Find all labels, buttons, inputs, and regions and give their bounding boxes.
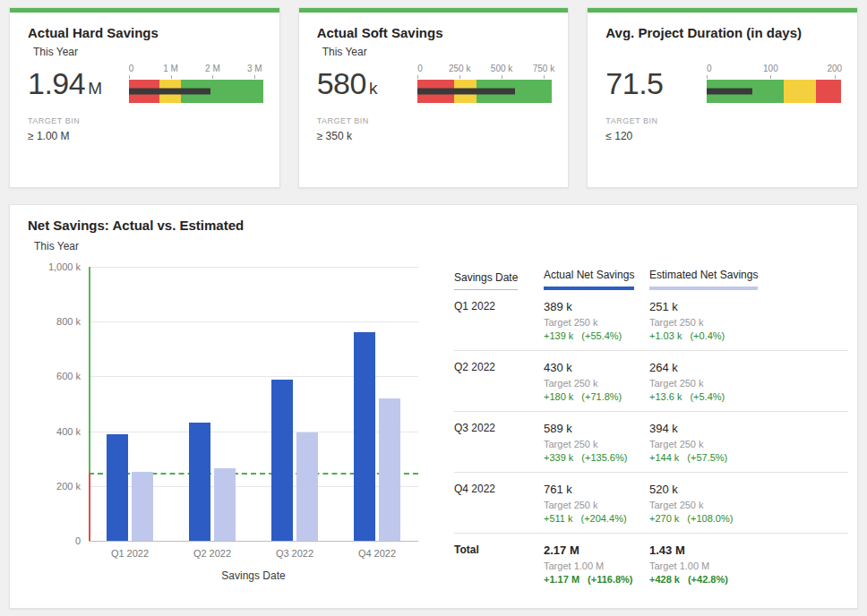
kpi-body: Actual Soft Savings This Year 580k 0250 … <box>299 13 569 142</box>
estimated-value: 394 k <box>649 422 848 435</box>
table-row-q1-2022[interactable]: Q1 2022389 kTarget 250 k+139 k(+55.4%)25… <box>454 290 848 351</box>
target-bin-value: ≤ 120 <box>605 130 843 142</box>
bullet-axis-tick: 200 <box>827 64 842 73</box>
table-row-q2-2022[interactable]: Q2 2022430 kTarget 250 k+180 k(+71.8%)26… <box>454 351 848 412</box>
actual-variance-absolute: +1.17 M <box>544 574 579 585</box>
kpi-title: Actual Soft Savings <box>317 25 554 40</box>
actual-target: Target 250 k <box>544 317 649 328</box>
actual-cell: 430 kTarget 250 k+180 k(+71.8%) <box>544 361 649 402</box>
actual-target: Target 1.00 M <box>544 560 649 571</box>
bullet-axis-tick: 3 M <box>247 64 262 73</box>
bullet-chart: 0250 k500 k750 k <box>417 64 552 103</box>
actual-bar-q4-2022[interactable] <box>354 332 375 541</box>
kpi-title: Actual Hard Savings <box>28 25 265 40</box>
kpi-card-actual-soft-savings[interactable]: Actual Soft Savings This Year 580k 0250 … <box>298 7 570 188</box>
table-row-q4-2022[interactable]: Q4 2022761 kTarget 250 k+511 k(+204.4%)5… <box>454 473 848 534</box>
x-axis-label: Q4 2022 <box>336 548 418 559</box>
bullet-chart: 01 M2 M3 M <box>129 64 263 103</box>
kpi-main: 580k 0250 k500 k750 k <box>317 64 554 103</box>
row-label: Q4 2022 <box>454 483 544 524</box>
x-axis-label: Q3 2022 <box>253 548 336 559</box>
actual-variance: +339 k(+135.6%) <box>544 452 649 463</box>
actual-variance-absolute: +139 k <box>544 330 573 341</box>
kpi-value-number: 1.94 <box>28 66 85 100</box>
estimated-cell: 394 kTarget 250 k+144 k(+57.5%) <box>649 422 848 463</box>
y-axis-label: 400 k <box>56 426 81 437</box>
actual-variance: +1.17 M(+116.8%) <box>544 574 649 585</box>
bullet-axis-tickmark <box>212 75 213 79</box>
estimated-bar-q1-2022[interactable] <box>132 472 153 541</box>
table-row-q3-2022[interactable]: Q3 2022589 kTarget 250 k+339 k(+135.6%)3… <box>454 412 848 473</box>
bullet-axis: 01 M2 M3 M <box>129 64 263 77</box>
bullet-axis-tickmark <box>835 75 836 79</box>
estimated-target: Target 1.00 M <box>649 560 848 571</box>
actual-variance-absolute: +339 k <box>544 452 573 463</box>
x-axis-labels: Q1 2022Q2 2022Q3 2022Q4 2022 <box>89 548 418 559</box>
bar-group-q2-2022 <box>171 267 253 541</box>
estimated-bar-q2-2022[interactable] <box>214 468 236 541</box>
bullet-axis-tick: 250 k <box>449 64 470 73</box>
target-bin-value: ≥ 1.00 M <box>28 130 265 142</box>
row-label: Q1 2022 <box>454 300 544 341</box>
estimated-value: 520 k <box>649 483 848 496</box>
estimated-value: 264 k <box>649 361 848 374</box>
kpi-card-avg-project-duration[interactable]: Avg. Project Duration (in days) 71.5 010… <box>587 7 858 188</box>
chart-title: Net Savings: Actual vs. Estimated <box>10 205 857 233</box>
actual-bar-q2-2022[interactable] <box>189 423 210 541</box>
bar-groups <box>89 267 418 541</box>
bullet-value-bar <box>129 89 211 95</box>
header-actual-net-savings: Actual Net Savings <box>544 269 649 290</box>
x-axis-label: Q2 2022 <box>171 548 253 559</box>
actual-bar-q3-2022[interactable] <box>271 380 293 541</box>
estimated-variance-absolute: +144 k <box>649 452 679 463</box>
kpi-subtitle <box>611 46 843 58</box>
target-bin-label: TARGET BIN <box>28 116 265 125</box>
target-bin: TARGET BIN ≥ 350 k <box>317 116 554 142</box>
actual-bar-q1-2022[interactable] <box>107 434 128 541</box>
estimated-cell: 251 kTarget 250 k+1.03 k(+0.4%) <box>649 300 848 341</box>
actual-cell: 589 kTarget 250 k+339 k(+135.6%) <box>544 422 649 463</box>
actual-target: Target 250 k <box>544 439 649 449</box>
target-bin: TARGET BIN ≤ 120 <box>605 116 843 142</box>
table-rows: Q1 2022389 kTarget 250 k+139 k(+55.4%)25… <box>454 290 848 594</box>
kpi-subtitle: This Year <box>322 46 554 58</box>
bullet-axis-tickmark <box>770 75 771 79</box>
bullet-axis-tickmark <box>417 75 418 79</box>
actual-variance: +180 k(+71.8%) <box>544 391 649 402</box>
bullet-value-bar <box>707 89 752 95</box>
bullet-band <box>707 80 841 103</box>
y-axis-label: 600 k <box>56 371 81 381</box>
estimated-cell: 1.43 MTarget 1.00 M+428 k(+42.8%) <box>649 543 848 585</box>
actual-value: 761 k <box>544 483 649 496</box>
chart-subtitle: This Year <box>10 233 857 252</box>
actual-value: 430 k <box>544 361 649 374</box>
table-row-total[interactable]: Total2.17 MTarget 1.00 M+1.17 M(+116.8%)… <box>454 534 848 594</box>
kpi-body: Actual Hard Savings This Year 1.94M 01 M… <box>10 13 279 142</box>
actual-value: 589 k <box>544 422 649 435</box>
x-axis-label: Q1 2022 <box>89 548 171 559</box>
dashboard: Actual Hard Savings This Year 1.94M 01 M… <box>0 0 867 616</box>
target-bin: TARGET BIN ≥ 1.00 M <box>28 116 265 142</box>
bullet-axis-tick: 0 <box>707 64 712 73</box>
actual-value: 2.17 M <box>544 543 649 557</box>
actual-variance-percent: (+55.4%) <box>581 330 622 341</box>
estimated-variance: +428 k(+42.8%) <box>649 574 848 585</box>
bullet-axis-tickmark <box>459 75 460 79</box>
y-axis-label: 1,000 k <box>48 261 81 272</box>
bullet-range-red <box>816 80 842 103</box>
net-savings-card: Net Savings: Actual vs. Estimated This Y… <box>9 204 858 609</box>
kpi-value-unit: M <box>88 79 102 98</box>
header-estimated-net-savings: Estimated Net Savings <box>649 269 848 290</box>
actual-variance: +139 k(+55.4%) <box>544 330 649 341</box>
estimated-value: 1.43 M <box>649 543 848 557</box>
bullet-range-yellow <box>784 80 816 103</box>
estimated-bar-q3-2022[interactable] <box>296 432 318 541</box>
estimated-variance-percent: (+57.5%) <box>687 452 727 463</box>
kpi-value: 580k <box>317 66 418 101</box>
row-label: Q2 2022 <box>454 361 544 402</box>
table-header: Savings Date Actual Net Savings Estimate… <box>454 269 848 290</box>
kpi-card-actual-hard-savings[interactable]: Actual Hard Savings This Year 1.94M 01 M… <box>9 7 280 188</box>
kpi-value: 71.5 <box>605 66 707 101</box>
estimated-bar-q4-2022[interactable] <box>379 398 400 541</box>
y-axis-label: 200 k <box>56 481 81 492</box>
